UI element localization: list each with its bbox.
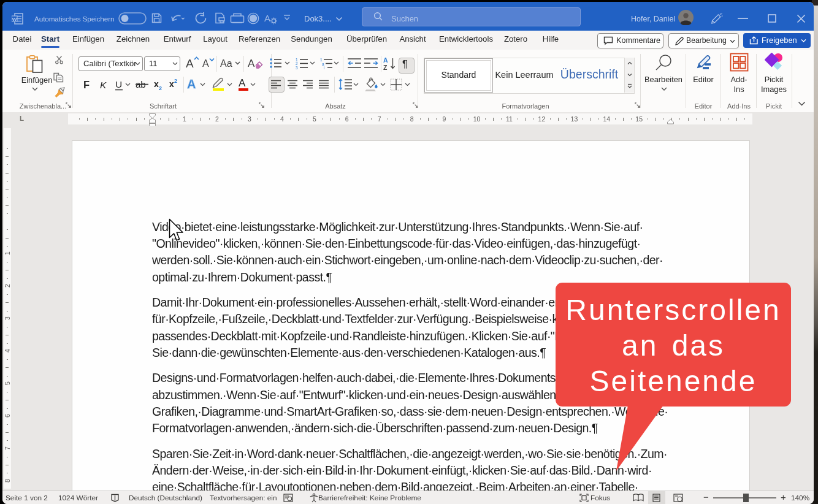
svg-text:A: A xyxy=(239,77,246,89)
svg-text:A: A xyxy=(383,56,388,64)
svg-text:A: A xyxy=(186,57,194,70)
svg-text:K: K xyxy=(100,80,107,90)
svg-text:x: x xyxy=(154,80,159,89)
svg-text:A: A xyxy=(187,77,196,91)
svg-text:A: A xyxy=(202,58,209,69)
svg-text:2: 2 xyxy=(174,78,177,84)
svg-text:2: 2 xyxy=(159,85,162,91)
svg-text:Z: Z xyxy=(383,64,388,71)
svg-text:A: A xyxy=(264,13,270,23)
svg-text:A: A xyxy=(248,58,255,69)
svg-text:Aa: Aa xyxy=(220,58,232,69)
svg-text:F: F xyxy=(83,79,90,90)
svg-text:3: 3 xyxy=(296,66,298,70)
svg-text:U: U xyxy=(115,79,122,90)
svg-text:i: i xyxy=(324,66,324,69)
svg-text:W: W xyxy=(12,17,17,22)
svg-text:x: x xyxy=(169,79,174,88)
